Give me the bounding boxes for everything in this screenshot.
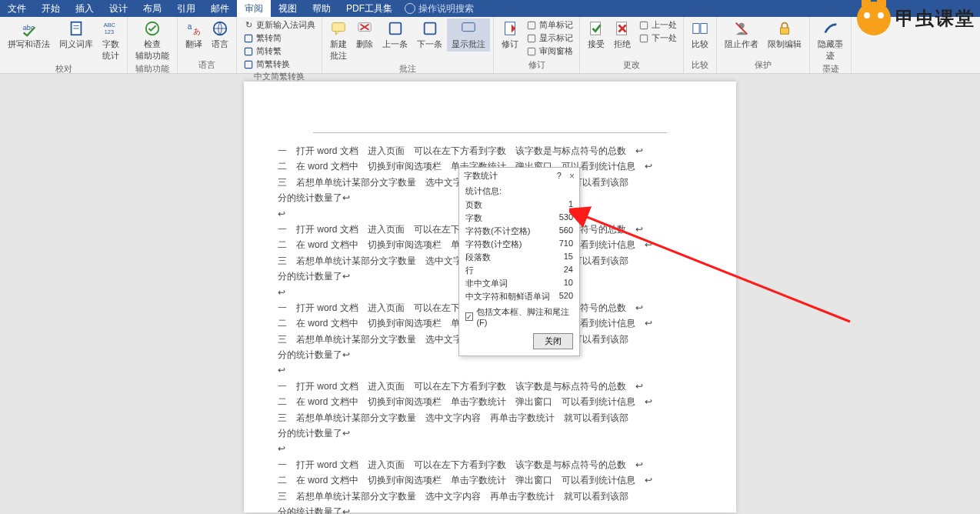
menu-开始[interactable]: 开始 bbox=[34, 0, 68, 17]
ribbon-group-中文简繁转换: ↻更新输入法词典繁转简简转繁简繁转换中文简繁转换 bbox=[237, 17, 322, 73]
checkbox-icon: ✓ bbox=[465, 312, 473, 321]
show-markup[interactable]: 显示标记 bbox=[523, 32, 576, 45]
document-line: ↩ bbox=[278, 362, 702, 378]
help-icon[interactable]: ? bbox=[557, 171, 562, 182]
document-line: 一 打开 word 文档 进入页面 可以在左下方看到字数 该字数是与标点符号的总… bbox=[278, 143, 702, 159]
simple-markup[interactable]: 简单标记 bbox=[523, 18, 576, 32]
ribbon-group-比较: 比较比较 bbox=[684, 17, 717, 73]
delete-comment-icon bbox=[356, 20, 373, 37]
to-trad[interactable]: 繁转简 bbox=[240, 32, 318, 45]
stat-row-字符数(计空格): 字符数(计空格)710 bbox=[465, 238, 573, 251]
menu-帮助[interactable]: 帮助 bbox=[305, 0, 338, 17]
stat-row-字数: 字数530 bbox=[465, 212, 573, 225]
svg-rect-18 bbox=[424, 23, 435, 35]
prev-comment-icon bbox=[387, 20, 404, 37]
compare[interactable]: 比较 bbox=[687, 18, 713, 52]
group-label: 比较 bbox=[687, 59, 713, 72]
close-button[interactable]: 关闭 bbox=[533, 333, 573, 349]
menu-设计[interactable]: 设计 bbox=[102, 0, 135, 17]
stat-row-页数: 页数1 bbox=[465, 199, 573, 212]
prev-change-icon bbox=[638, 20, 649, 31]
stat-value: 560 bbox=[559, 225, 573, 237]
simple-markup-icon bbox=[526, 20, 537, 31]
stat-value: 1 bbox=[568, 199, 573, 211]
menu-插入[interactable]: 插入 bbox=[68, 0, 102, 17]
menu-引用[interactable]: 引用 bbox=[169, 0, 203, 17]
stat-key: 页数 bbox=[465, 199, 482, 211]
hide-ink-icon bbox=[822, 20, 839, 37]
prev-comment[interactable]: 上一条 bbox=[378, 18, 412, 52]
ribbon-group-更改: 接受拒绝上一处下一处更改 bbox=[580, 17, 684, 73]
track-changes[interactable]: 修订 bbox=[497, 18, 523, 52]
next-change[interactable]: 下一处 bbox=[635, 32, 680, 45]
prev-change[interactable]: 上一处 bbox=[635, 18, 680, 32]
show-comments[interactable]: 显示批注 bbox=[447, 18, 490, 52]
stat-value: 710 bbox=[559, 239, 573, 250]
stat-key: 中文字符和朝鲜语单词 bbox=[465, 291, 550, 302]
review-pane[interactable]: 审阅窗格 bbox=[523, 45, 576, 58]
document-line: 二 在 word 文档中 切换到审阅选项栏 单击字数统计 弹出窗口 可以看到统计… bbox=[278, 472, 702, 488]
language[interactable]: 语言 bbox=[207, 18, 233, 52]
reject[interactable]: 拒绝 bbox=[609, 18, 635, 52]
svg-rect-31 bbox=[701, 24, 707, 34]
next-change-icon bbox=[638, 33, 649, 44]
dialog-titlebar[interactable]: 字数统计 ? × bbox=[459, 168, 579, 184]
to-simp[interactable]: 简转繁 bbox=[240, 45, 318, 58]
menu-PDF工具集[interactable]: PDF工具集 bbox=[338, 0, 400, 17]
new-comment-icon bbox=[330, 20, 347, 37]
stat-key: 字符数(不计空格) bbox=[465, 225, 530, 237]
tell-me-search[interactable]: 操作说明搜索 bbox=[405, 2, 474, 15]
stat-row-非中文单词: 非中文单词10 bbox=[465, 277, 573, 290]
refresh-icon: ↻ bbox=[243, 20, 254, 31]
thesaurus[interactable]: 同义词库 bbox=[55, 18, 98, 52]
svg-rect-17 bbox=[389, 23, 401, 35]
delete-comment[interactable]: 删除 bbox=[352, 18, 378, 52]
stat-key: 字符数(计空格) bbox=[465, 239, 522, 250]
menu-文件[interactable]: 文件 bbox=[0, 0, 34, 17]
stat-value: 24 bbox=[564, 265, 573, 276]
ribbon-group-墨迹: 隐藏墨 迹墨迹 bbox=[810, 17, 852, 73]
close-icon[interactable]: × bbox=[569, 171, 575, 182]
sc-tc[interactable]: 简繁转换 bbox=[240, 58, 318, 71]
spell-grammar[interactable]: abc拼写和语法 bbox=[3, 18, 55, 52]
update-ime-dict[interactable]: ↻更新输入法词典 bbox=[240, 18, 318, 32]
svg-rect-30 bbox=[693, 24, 699, 34]
document-line: 分的统计数量了↩ bbox=[278, 426, 702, 441]
compare-icon bbox=[692, 20, 708, 37]
document-line: 一 打开 word 文档 进入页面 可以在左下方看到字数 该字数是与标点符号的总… bbox=[278, 457, 702, 472]
check-accessibility[interactable]: 检查 辅助功能 bbox=[131, 18, 174, 63]
stat-key: 非中文单词 bbox=[465, 278, 508, 289]
document-line: 分的统计数量了↩ bbox=[278, 504, 702, 514]
document-line: 二 在 word 文档中 切换到审阅选项栏 单击字数统计 弹出窗口 可以看到统计… bbox=[278, 394, 702, 409]
to-simp-icon bbox=[243, 46, 254, 57]
menu-视图[interactable]: 视图 bbox=[271, 0, 305, 17]
stat-value: 10 bbox=[564, 278, 573, 289]
menu-布局[interactable]: 布局 bbox=[135, 0, 169, 17]
accept[interactable]: 接受 bbox=[583, 18, 609, 52]
word-count[interactable]: ABC123字数 统计 bbox=[98, 18, 124, 63]
ribbon-group-保护: 阻止作者限制编辑保护 bbox=[717, 17, 810, 73]
menu-审阅[interactable]: 审阅 bbox=[237, 0, 271, 17]
svg-rect-34 bbox=[781, 28, 789, 34]
group-label: 语言 bbox=[181, 59, 233, 72]
word-count-icon: ABC123 bbox=[102, 20, 119, 37]
svg-text:あ: あ bbox=[193, 27, 201, 35]
hide-ink[interactable]: 隐藏墨 迹 bbox=[813, 18, 848, 63]
next-comment[interactable]: 下一条 bbox=[412, 18, 447, 52]
svg-text:ABC: ABC bbox=[104, 22, 116, 28]
block-authors-icon bbox=[733, 20, 750, 37]
group-label: 更改 bbox=[583, 59, 680, 72]
stat-value: 520 bbox=[559, 291, 573, 302]
include-footnotes-checkbox[interactable]: ✓ 包括文本框、脚注和尾注(F) bbox=[465, 303, 573, 330]
group-label: 修订 bbox=[497, 59, 576, 72]
group-label: 保护 bbox=[720, 59, 806, 72]
restrict-edit-icon bbox=[776, 20, 793, 37]
translate[interactable]: aあ翻译 bbox=[181, 18, 207, 52]
check-accessibility-icon bbox=[144, 20, 161, 37]
new-comment[interactable]: 新建 批注 bbox=[325, 18, 352, 63]
svg-rect-19 bbox=[462, 23, 475, 32]
menu-邮件[interactable]: 邮件 bbox=[203, 0, 237, 17]
restrict-edit[interactable]: 限制编辑 bbox=[763, 18, 806, 52]
stat-info-label: 统计信息: bbox=[465, 184, 573, 199]
block-authors[interactable]: 阻止作者 bbox=[720, 18, 763, 52]
